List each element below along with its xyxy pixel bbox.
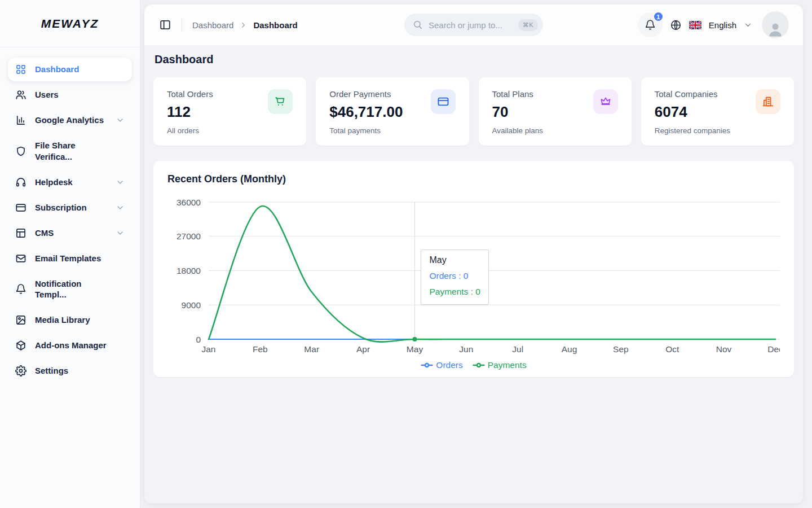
panel-left-icon (159, 19, 171, 31)
mail-icon (15, 253, 27, 264)
highlight-dot (412, 337, 417, 341)
topbar: Dashboard Dashboard Search or jump to...… (144, 5, 803, 45)
package-icon (15, 340, 27, 351)
x-axis-tick-label: Jun (459, 344, 473, 354)
layout-icon (15, 227, 27, 239)
sidebar-item-cms[interactable]: CMS (8, 221, 132, 245)
stat-subtitle: Registered companies (655, 126, 780, 135)
cart-icon (274, 95, 286, 108)
stat-icon-chip (756, 89, 780, 114)
notifications-badge: 1 (653, 11, 664, 22)
chart-legend: OrdersPayments (167, 360, 780, 370)
stat-card-order-payments: Order Payments$46,717.00Total payments (316, 77, 469, 146)
search-icon (413, 20, 423, 30)
sidebar-item-label: Helpdesk (35, 177, 73, 188)
x-axis-tick-label: Dec (767, 344, 780, 354)
tooltip-line-payments: Payments : 0 (429, 287, 480, 297)
credit-card-icon (437, 95, 449, 108)
legend-item-orders[interactable]: Orders (421, 360, 462, 370)
tooltip-title: May (429, 255, 480, 265)
sidebar-item-dashboard[interactable]: Dashboard (8, 58, 132, 81)
sidebar-item-label: Email Templates (35, 253, 101, 264)
notifications-button[interactable]: 1 (638, 12, 663, 37)
chevron-right-icon (239, 21, 248, 29)
credit-card-icon (15, 202, 27, 213)
sidebar-item-subscription[interactable]: Subscription (8, 196, 132, 220)
x-axis-tick-label: Mar (304, 344, 319, 354)
globe-icon[interactable] (670, 19, 682, 31)
stat-card-total-companies: Total Companies6074Registered companies (641, 77, 794, 146)
y-axis-tick-label: 0 (196, 335, 201, 344)
stat-card-total-orders: Total Orders112All orders (153, 77, 306, 146)
gear-icon (15, 365, 27, 376)
x-axis-tick-label: Apr (356, 344, 370, 354)
x-axis-tick-label: Aug (562, 344, 577, 354)
chevron-right-icon (239, 21, 248, 29)
sidebar-item-label: File Share Verifica... (35, 140, 113, 163)
sidebar-item-file-share-verifica[interactable]: File Share Verifica... (8, 134, 132, 169)
globe-icon (670, 19, 682, 31)
sidebar-item-add-ons-manager[interactable]: Add-ons Manager (8, 334, 132, 357)
sidebar-nav: DashboardUsersGoogle AnalyticsFile Share… (0, 47, 140, 393)
recent-orders-chart[interactable]: 09000180002700036000JanFebMarAprMayJunJu… (167, 193, 780, 360)
legend-item-payments[interactable]: Payments (473, 360, 527, 370)
chart-tooltip: May Orders : 0Payments : 0 (421, 249, 488, 305)
grid-icon (15, 64, 27, 75)
main-panel: Dashboard Dashboard Search or jump to...… (144, 5, 803, 503)
chevron-down-icon (116, 229, 125, 238)
sidebar-item-media-library[interactable]: Media Library (8, 308, 132, 332)
crown-icon (599, 95, 612, 108)
tooltip-line-orders: Orders : 0 (429, 271, 480, 281)
chevron-down-icon (116, 116, 125, 125)
sidebar-item-label: Add-ons Manager (35, 340, 107, 351)
language-selector[interactable]: English (709, 20, 736, 30)
legend-marker-icon (473, 362, 485, 369)
building-icon (762, 95, 774, 108)
legend-label: Payments (488, 360, 527, 370)
payments-line (209, 206, 775, 342)
x-axis-tick-label: May (407, 344, 423, 354)
legend-marker-icon (421, 362, 433, 369)
chevron-down-icon[interactable] (744, 21, 752, 29)
sidebar-item-notification-templ[interactable]: Notification Templ... (8, 272, 132, 307)
stat-card-total-plans: Total Plans70Available plans (479, 77, 632, 146)
sidebar-item-helpdesk[interactable]: Helpdesk (8, 170, 132, 194)
search-shortcut-badge: ⌘K (518, 19, 538, 31)
sidebar-item-label: CMS (35, 227, 54, 239)
sidebar-item-label: Notification Templ... (35, 278, 113, 301)
uk-flag-icon (689, 21, 701, 29)
stat-icon-chip (268, 89, 293, 114)
y-axis-tick-label: 36000 (176, 198, 201, 207)
bell-icon (645, 19, 656, 30)
x-axis-tick-label: Sep (613, 344, 629, 354)
sidebar-toggle-button[interactable] (159, 19, 171, 31)
breadcrumb: Dashboard Dashboard (192, 20, 298, 30)
sidebar-item-google-analytics[interactable]: Google Analytics (8, 108, 132, 132)
sidebar-item-label: Google Analytics (35, 115, 104, 126)
topbar-divider (182, 18, 182, 32)
sidebar-item-settings[interactable]: Settings (8, 359, 132, 383)
content-area: Dashboard Total Orders112All ordersOrder… (144, 45, 803, 382)
x-axis-tick-label: Nov (716, 344, 732, 354)
avatar[interactable] (762, 12, 788, 38)
stat-cards-row: Total Orders112All ordersOrder Payments$… (153, 77, 794, 146)
breadcrumb-parent[interactable]: Dashboard (192, 20, 233, 30)
sidebar-item-label: Subscription (35, 202, 87, 213)
chevron-down-icon (116, 178, 125, 187)
recent-orders-chart-card: Recent Orders (Monthly) 0900018000270003… (153, 161, 794, 377)
x-axis-tick-label: Jul (512, 344, 523, 354)
bell-icon (15, 283, 27, 295)
x-axis-tick-label: Jan (202, 344, 216, 354)
y-axis-tick-label: 9000 (182, 300, 201, 310)
sidebar-item-label: Settings (35, 365, 68, 376)
bell-icon (645, 19, 656, 30)
sidebar-item-email-templates[interactable]: Email Templates (8, 247, 132, 270)
logo-area: MEWAYZ (0, 0, 140, 47)
y-axis-tick-label: 18000 (176, 266, 201, 275)
search-icon (413, 20, 423, 30)
x-axis-tick-label: Feb (253, 344, 268, 354)
users-icon (15, 89, 27, 100)
search-input[interactable]: Search or jump to... ⌘K (404, 14, 543, 36)
sidebar-item-users[interactable]: Users (8, 83, 132, 107)
sidebar-item-label: Dashboard (35, 64, 79, 75)
